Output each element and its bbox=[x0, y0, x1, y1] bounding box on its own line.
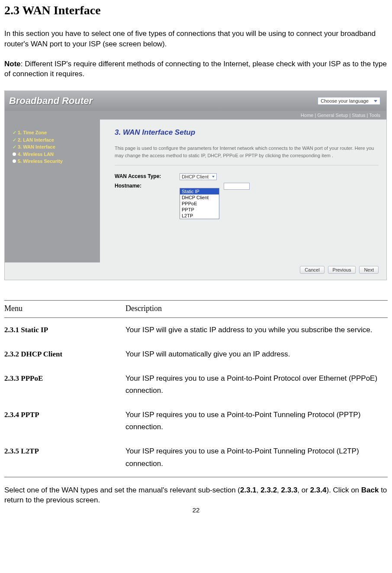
menu-cell: 2.3.2 DHCP Client bbox=[4, 342, 125, 366]
table-row: 2.3.3 PPPoE Your ISP requires you to use… bbox=[4, 366, 388, 403]
previous-button[interactable]: Previous bbox=[328, 266, 356, 274]
sidebar-item-label: 2. LAN Interface bbox=[18, 136, 54, 144]
sidebar-item-wan[interactable]: ✓3. WAN Interface bbox=[13, 143, 96, 151]
main-description: This page is used to configure the param… bbox=[115, 145, 379, 159]
cancel-button[interactable]: Cancel bbox=[300, 266, 324, 274]
nav-home[interactable]: Home bbox=[301, 113, 313, 118]
desc-cell: Your ISP will automatically give you an … bbox=[125, 342, 388, 366]
sidebar-item-timezone[interactable]: ✓1. Time Zone bbox=[13, 129, 96, 136]
outro-ref: 2.3.3 bbox=[281, 486, 298, 494]
desc-cell: Your ISP will give a static IP address t… bbox=[125, 318, 388, 343]
page-number: 22 bbox=[4, 506, 388, 514]
desc-cell: Your ISP requires you to use a Point-to-… bbox=[125, 439, 388, 477]
check-icon: ✓ bbox=[13, 129, 16, 136]
wan-access-dropdown[interactable]: Static IP DHCP Client PPPoE PPTP L2TP bbox=[180, 188, 219, 219]
nav-tools[interactable]: Tools bbox=[369, 113, 380, 118]
sidebar-item-label: 1. Time Zone bbox=[18, 129, 47, 136]
dropdown-option-pppoe[interactable]: PPPoE bbox=[180, 201, 219, 207]
outro-text: Select one of the WAN types and set the … bbox=[4, 486, 240, 494]
hostname-label: Hostname: bbox=[115, 183, 180, 189]
nav-linkbar: Home | General Setup | Status | Tools bbox=[5, 111, 386, 120]
outro-back: Back bbox=[361, 486, 379, 494]
next-button[interactable]: Next bbox=[359, 266, 379, 274]
dropdown-option-pptp[interactable]: PPTP bbox=[180, 207, 219, 213]
table-row: 2.3.1 Static IP Your ISP will give a sta… bbox=[4, 318, 388, 343]
dropdown-option-static[interactable]: Static IP bbox=[180, 188, 219, 194]
menu-cell: 2.3.4 PPTP bbox=[4, 403, 125, 439]
col-header-desc: Description bbox=[125, 301, 388, 318]
outro-ref: 2.3.4 bbox=[310, 486, 327, 494]
menu-cell: 2.3.1 Static IP bbox=[4, 318, 125, 343]
outro-ref: 2.3.2 bbox=[260, 486, 277, 494]
check-icon: ✓ bbox=[13, 136, 16, 144]
outro-text: , bbox=[277, 486, 281, 494]
nav-sep: | bbox=[348, 113, 352, 118]
note-colon: : bbox=[21, 60, 25, 68]
table-row: 2.3.5 L2TP Your ISP requires you to use … bbox=[4, 439, 388, 477]
note-paragraph: Note: Different ISP's require different … bbox=[4, 59, 388, 80]
nav-status[interactable]: Status bbox=[352, 113, 365, 118]
main-title: 3. WAN Interface Setup bbox=[115, 128, 379, 137]
brand-title: Broadband Router bbox=[9, 95, 93, 107]
router-screenshot: Broadband Router Choose your language Ho… bbox=[4, 91, 387, 280]
table-row: 2.3.4 PPTP Your ISP requires you to use … bbox=[4, 403, 388, 439]
sidebar-item-label: 4. Wireless LAN bbox=[18, 151, 54, 158]
sidebar-item-lan[interactable]: ✓2. LAN Interface bbox=[13, 136, 96, 144]
button-row: Cancel Previous Next bbox=[300, 266, 379, 274]
outro-ref: 2.3.1 bbox=[240, 486, 257, 494]
dropdown-option-dhcp[interactable]: DHCP Client bbox=[180, 194, 219, 201]
nav-sep: | bbox=[366, 113, 370, 118]
dropdown-option-l2tp[interactable]: L2TP bbox=[180, 213, 219, 219]
outro-paragraph: Select one of the WAN types and set the … bbox=[4, 485, 388, 506]
sidebar: ✓1. Time Zone ✓2. LAN Interface ✓3. WAN … bbox=[5, 120, 100, 262]
main-panel: 3. WAN Interface Setup This page is used… bbox=[100, 120, 386, 280]
screenshot-topbar: Broadband Router Choose your language bbox=[5, 91, 386, 111]
language-select[interactable]: Choose your language bbox=[318, 97, 380, 105]
wan-access-label: WAN Access Type: bbox=[115, 173, 180, 179]
desc-cell: Your ISP requires you to use a Point-to-… bbox=[125, 366, 388, 403]
description-table: Menu Description 2.3.1 Static IP Your IS… bbox=[4, 300, 388, 477]
sidebar-item-label: 3. WAN Interface bbox=[18, 143, 55, 151]
col-header-menu: Menu bbox=[4, 301, 125, 318]
menu-cell: 2.3.5 L2TP bbox=[4, 439, 125, 477]
divider bbox=[115, 165, 379, 165]
hostname-input[interactable] bbox=[224, 183, 250, 190]
check-icon: ✓ bbox=[13, 143, 16, 151]
table-row: 2.3.2 DHCP Client Your ISP will automati… bbox=[4, 342, 388, 366]
bullet-icon bbox=[13, 159, 16, 163]
section-heading: 2.3 WAN Interface bbox=[4, 3, 388, 17]
bullet-icon bbox=[13, 152, 16, 156]
menu-cell: 2.3.3 PPPoE bbox=[4, 366, 125, 403]
sidebar-item-wlan[interactable]: 4. Wireless LAN bbox=[13, 151, 96, 158]
nav-general[interactable]: General Setup bbox=[317, 113, 348, 118]
outro-text: , bbox=[257, 486, 260, 494]
outro-text: ). Click on bbox=[326, 486, 361, 494]
intro-paragraph: In this section you have to select one o… bbox=[4, 29, 388, 49]
desc-cell: Your ISP requires you to use a Point-to-… bbox=[125, 403, 388, 439]
sidebar-item-wsec[interactable]: 5. Wireless Security bbox=[13, 158, 96, 165]
note-body: Different ISP's require different method… bbox=[4, 60, 387, 78]
wan-access-select[interactable]: DHCP Client bbox=[180, 173, 217, 180]
sidebar-item-label: 5. Wireless Security bbox=[18, 158, 63, 165]
note-label: Note bbox=[4, 60, 21, 68]
outro-text: , or bbox=[297, 486, 310, 494]
